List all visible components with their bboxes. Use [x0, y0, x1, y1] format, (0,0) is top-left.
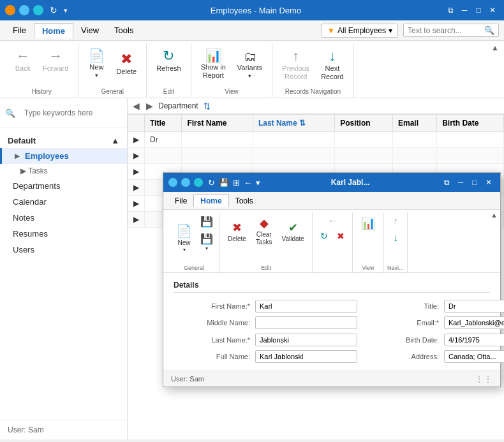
sidebar-section-default-header[interactable]: Default ▲ — [0, 133, 127, 148]
modal-minimize-icon[interactable]: ─ — [454, 176, 467, 189]
filter-label: All Employees — [337, 26, 386, 35]
modal-delete-button[interactable]: ✖ Delete — [224, 218, 250, 245]
modal-validate-button[interactable]: ✔ Validate — [278, 218, 308, 245]
dept-filter[interactable]: Department ⇅ — [158, 101, 211, 111]
modal-new-dropdown: ▾ — [183, 247, 186, 253]
middle-name-input[interactable] — [255, 316, 357, 329]
sidebar-item-departments[interactable]: Departments — [0, 178, 127, 194]
previous-record-button[interactable]: ↑ PreviousRecord — [278, 46, 314, 84]
cell-email-2 — [393, 148, 437, 164]
sidebar-search-input[interactable] — [19, 103, 125, 122]
row-expand-6[interactable]: ▶ — [128, 212, 145, 228]
sidebar-item-employees[interactable]: ▶ Employees — [0, 148, 127, 164]
col-title[interactable]: Title — [145, 115, 182, 132]
sidebar-section-default: Default ▲ ▶ Employees ▶ Tasks Department… — [0, 128, 127, 263]
filter-button[interactable]: ▼ All Employees ▾ — [322, 24, 398, 38]
row-expand-2[interactable]: ▶ — [128, 148, 145, 164]
row-expand-1[interactable]: ▶ — [128, 132, 145, 148]
modal-refresh-btn[interactable]: ↻ — [316, 229, 332, 243]
menu-file[interactable]: File — [5, 23, 34, 38]
variants-button[interactable]: 🗂 Variants ▾ — [233, 47, 267, 82]
row-collapse-control[interactable]: ▶ — [146, 101, 153, 111]
modal-ribbon-group-view: 📊 View — [353, 212, 384, 272]
modal-save-icon[interactable]: 💾 — [219, 178, 229, 188]
modal-more-icon[interactable]: ▾ — [256, 178, 260, 188]
modal-new-button[interactable]: 📄 New ▾ — [172, 221, 196, 255]
sidebar-item-users[interactable]: Users — [0, 242, 127, 258]
row-expand-4[interactable]: ▶ — [128, 180, 145, 196]
modal-ribbon-group-navi: ← ↻ ✖ — [313, 212, 353, 272]
show-in-report-button[interactable]: 📊 Show inReport — [196, 46, 230, 83]
ribbon-collapse-icon[interactable]: ▲ — [491, 43, 499, 52]
col-birth-date[interactable]: Birth Date — [437, 115, 504, 132]
dept-filter-icon: ⇅ — [204, 101, 211, 111]
menu-view[interactable]: View — [73, 23, 107, 38]
minimize-icon[interactable]: ─ — [458, 4, 471, 17]
modal-nav-up-button[interactable]: ↑ — [388, 214, 403, 229]
sidebar-item-resumes[interactable]: Resumes — [0, 226, 127, 242]
new-label: New — [89, 63, 103, 71]
forward-button[interactable]: → Forward — [38, 46, 73, 75]
modal-resize-icon[interactable]: ⋮⋮ — [475, 374, 493, 384]
modal-ribbon-collapse-icon[interactable]: ▲ — [491, 211, 498, 219]
menu-right: ▼ All Employees ▾ 🔍 — [322, 24, 499, 38]
ribbon-history-buttons: ← Back → Forward — [10, 46, 73, 85]
row-expand-3[interactable]: ▶ — [128, 164, 145, 180]
address-input[interactable] — [444, 350, 504, 363]
next-record-icon: ↓ — [329, 49, 336, 63]
menu-tools[interactable]: Tools — [107, 23, 141, 38]
col-position[interactable]: Position — [335, 115, 393, 132]
modal-restore-icon[interactable]: ⧉ — [440, 176, 453, 189]
sidebar-item-notes[interactable]: Notes — [0, 210, 127, 226]
modal-new-label: New — [177, 239, 190, 246]
delete-button[interactable]: ✖ Delete — [112, 49, 141, 78]
modal-del-small-btn[interactable]: ✖ — [333, 229, 348, 243]
modal-save-button[interactable]: 💾 — [198, 214, 216, 230]
modal-grid-icon[interactable]: ⊞ — [233, 178, 240, 188]
modal-nav-down-button[interactable]: ↓ — [388, 230, 403, 246]
modal-back-icon[interactable]: ← — [244, 178, 252, 188]
sidebar-item-calendar[interactable]: Calendar — [0, 194, 127, 210]
maximize-icon[interactable]: □ — [472, 4, 485, 17]
cell-last-2 — [253, 148, 334, 164]
col-last-name[interactable]: Last Name ⇅ — [253, 115, 334, 132]
modal-refresh-icon[interactable]: ↻ — [208, 178, 215, 188]
cell-first-2 — [182, 148, 253, 164]
title-input[interactable] — [444, 300, 504, 313]
modal-section-details: Details — [174, 281, 490, 293]
modal-close-icon[interactable]: ✕ — [482, 176, 495, 189]
menu-home[interactable]: Home — [34, 23, 73, 38]
refresh-button[interactable]: ↻ Refresh — [152, 46, 186, 75]
full-name-input[interactable] — [255, 350, 357, 363]
modal-view-button[interactable]: 📊 — [357, 214, 380, 233]
last-name-label: Last Name:* — [174, 336, 250, 344]
col-email[interactable]: Email — [393, 115, 437, 132]
form-grid: First Name:* Title: ▾ — [174, 299, 490, 363]
birth-date-input[interactable] — [444, 334, 504, 346]
modal-back-btn[interactable]: ← — [323, 214, 341, 228]
modal-save-edit-button[interactable]: 💾 ▾ — [198, 231, 216, 253]
new-button[interactable]: 📄 New ▾ — [84, 46, 109, 82]
first-name-input[interactable] — [255, 300, 357, 313]
modal-maximize-icon[interactable]: □ — [468, 176, 481, 189]
col-first-name[interactable]: First Name — [182, 115, 253, 132]
last-name-input[interactable] — [255, 334, 357, 346]
next-record-button[interactable]: ↓ NextRecord — [316, 46, 348, 84]
search-input[interactable] — [408, 26, 484, 35]
modal-ribbon-view-label: View — [362, 265, 374, 271]
row-expand-5[interactable]: ▶ — [128, 196, 145, 212]
sidebar-item-tasks[interactable]: ▶ Tasks — [0, 164, 127, 178]
email-input[interactable] — [444, 316, 504, 329]
row-expand-control[interactable]: ◀ — [133, 101, 140, 111]
modal-clear-tasks-button[interactable]: ◆ ClearTasks — [252, 214, 276, 249]
menu-bar: File Home View Tools ▼ All Employees ▾ 🔍 — [0, 20, 504, 41]
modal-menu-file[interactable]: File — [168, 195, 193, 207]
modal-menu-home[interactable]: Home — [193, 194, 228, 207]
refresh-titlebar-icon[interactable]: ↻ — [50, 5, 57, 15]
restore-icon[interactable]: ⧉ — [444, 4, 457, 17]
back-button[interactable]: ← Back — [10, 46, 36, 75]
close-icon[interactable]: ✕ — [486, 4, 499, 17]
full-name-label: Full Name: — [174, 353, 250, 360]
modal-menu-tools[interactable]: Tools — [229, 195, 260, 207]
modal-edit-buttons: ✖ Delete ◆ ClearTasks ✔ Validate — [224, 214, 308, 258]
